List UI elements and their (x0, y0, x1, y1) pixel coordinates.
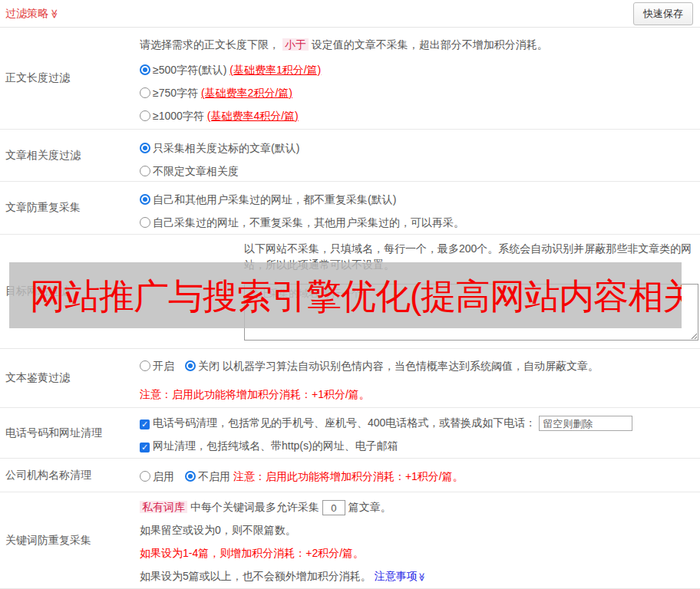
url-clean-line: ✓网址清理，包括纯域名、带http(s)的网址、电子邮箱 (140, 438, 700, 454)
radio-500-icon[interactable] (140, 64, 150, 75)
dedup-option-own: 自己采集过的网址，不重复采集，其他用户采集过的，可以再采。 (140, 215, 700, 231)
notes-link[interactable]: 注意事项≫ (375, 570, 427, 582)
radio-750-icon[interactable] (140, 87, 150, 98)
page-header: 过滤策略 ≫ 快速保存 (0, 0, 700, 28)
row-relevance-filter: 文章相关度过滤 只采集相关度达标的文章(默认) 不限定文章相关度 (0, 130, 700, 182)
radio-relevance-strict-icon[interactable] (140, 143, 150, 153)
radio-porn-on-icon[interactable] (140, 360, 150, 371)
row-company-clean: 公司机构名称清理 启用不启用 注意：启用此功能将增加积分消耗：+1积分/篇。 (0, 459, 700, 492)
checkbox-url-clean-icon[interactable]: ✓ (140, 443, 150, 452)
page-title-text: 过滤策略 (5, 7, 48, 21)
fee-500: (基础费率1积分/篇) (229, 64, 321, 76)
relevance-option-strict: 只采集相关度达标的文章(默认) (140, 140, 700, 156)
private-lexicon-badge: 私有词库 (140, 501, 187, 513)
row-dedup-filter: 文章防重复采集 自己和其他用户采集过的网址，都不重复采集(默认) 自己采集过的网… (0, 182, 700, 235)
length-option-1000: ≥1000字符 (基础费率4积分/篇) (140, 108, 700, 124)
radio-porn-off-icon[interactable] (185, 360, 196, 371)
checkbox-phone-clean-icon[interactable]: ✓ (140, 420, 150, 429)
dedup-option-all: 自己和其他用户采集过的网址，都不重复采集(默认) (140, 192, 700, 208)
keyword-dedup-label: 关键词防重复采集 (5, 534, 91, 548)
fee-750: (基础费率2积分/篇) (201, 87, 292, 99)
chevron-down-icon: ≫ (50, 8, 59, 18)
chevron-down-icon: ≫ (418, 573, 426, 582)
radio-relevance-any-icon[interactable] (140, 166, 150, 176)
length-option-500: ≥500字符(默认) (基础费率1积分/篇) (140, 62, 700, 78)
relevance-option-any: 不限定文章相关度 (140, 163, 700, 179)
max-articles-input[interactable] (322, 500, 345, 515)
relevance-filter-label: 文章相关度过滤 (5, 149, 81, 163)
porn-filter-desc: 以机器学习算法自动识别色情内容，当色情概率达到系统阈值，自动屏蔽文章。 (223, 360, 599, 372)
radio-company-disable-icon[interactable] (185, 471, 196, 482)
radio-company-enable-icon[interactable] (140, 471, 150, 482)
company-clean-label: 公司机构名称清理 (5, 469, 91, 482)
row-keyword-dedup: 关键词防重复采集 私有词库 中每个关键词最多允许采集 篇文章。 如果留空或设为0… (0, 492, 700, 589)
dedup-filter-label: 文章防重复采集 (5, 201, 81, 215)
keyword-dedup-line4: 如果设为5篇或以上，也不会额外增加积分消耗。 注意事项≫ (140, 568, 700, 584)
phone-clean-line: ✓电话号码清理，包括常见的手机号、座机号、400电话格式，或替换成如下电话： (140, 415, 700, 431)
radio-dedup-own-icon[interactable] (140, 217, 150, 228)
quick-save-button[interactable]: 快速保存 (633, 2, 693, 25)
row-porn-filter: 文本鉴黄过滤 开启关闭 以机器学习算法自动识别色情内容，当色情概率达到系统阈值，… (0, 349, 700, 408)
company-clean-note: 注意：启用此功能将增加积分消耗：+1积分/篇。 (233, 470, 464, 482)
filter-strategy-page: 过滤策略 ≫ 快速保存 正文长度过滤 请选择需求的正文长度下限， 小于 设定值的… (0, 0, 700, 589)
less-than-highlight: 小于 (282, 38, 309, 51)
radio-1000-icon[interactable] (140, 110, 150, 121)
page-title[interactable]: 过滤策略 ≫ (5, 7, 60, 21)
row-phone-url-clean: 电话号码和网址清理 ✓电话号码清理，包括常见的手机号、座机号、400电话格式，或… (0, 408, 700, 459)
watermark-overlay: 网站推广与搜索引擎优化(提高网站内容相关 (9, 262, 682, 328)
watermark-text: 网站推广与搜索引擎优化(提高网站内容相关 (9, 262, 682, 328)
porn-filter-options: 开启关闭 以机器学习算法自动识别色情内容，当色情概率达到系统阈值，自动屏蔽文章。 (140, 358, 700, 374)
phone-url-clean-label: 电话号码和网址清理 (5, 426, 102, 440)
company-clean-options: 启用不启用 注意：启用此功能将增加积分消耗：+1积分/篇。 (140, 469, 700, 485)
length-option-750: ≥750字符 (基础费率2积分/篇) (140, 85, 700, 101)
porn-filter-label: 文本鉴黄过滤 (5, 371, 70, 385)
row-length-filter: 正文长度过滤 请选择需求的正文长度下限， 小于 设定值的文章不采集，超出部分不增… (0, 28, 700, 130)
keyword-dedup-line2: 如果留空或设为0，则不限篇数。 (140, 522, 700, 538)
length-filter-label: 正文长度过滤 (5, 71, 70, 85)
fee-1000: (基础费率4积分/篇) (207, 110, 299, 122)
porn-filter-note: 注意：启用此功能将增加积分消耗：+1积分/篇。 (140, 387, 700, 403)
length-filter-desc: 请选择需求的正文长度下限， 小于 设定值的文章不采集，超出部分不增加积分消耗。 (140, 37, 700, 53)
keyword-dedup-line1: 私有词库 中每个关键词最多允许采集 篇文章。 (140, 499, 700, 515)
replacement-phone-input[interactable] (539, 416, 632, 431)
radio-dedup-all-icon[interactable] (140, 194, 150, 205)
keyword-dedup-line3: 如果设为1-4篇，则增加积分消耗：+2积分/篇。 (140, 545, 700, 561)
